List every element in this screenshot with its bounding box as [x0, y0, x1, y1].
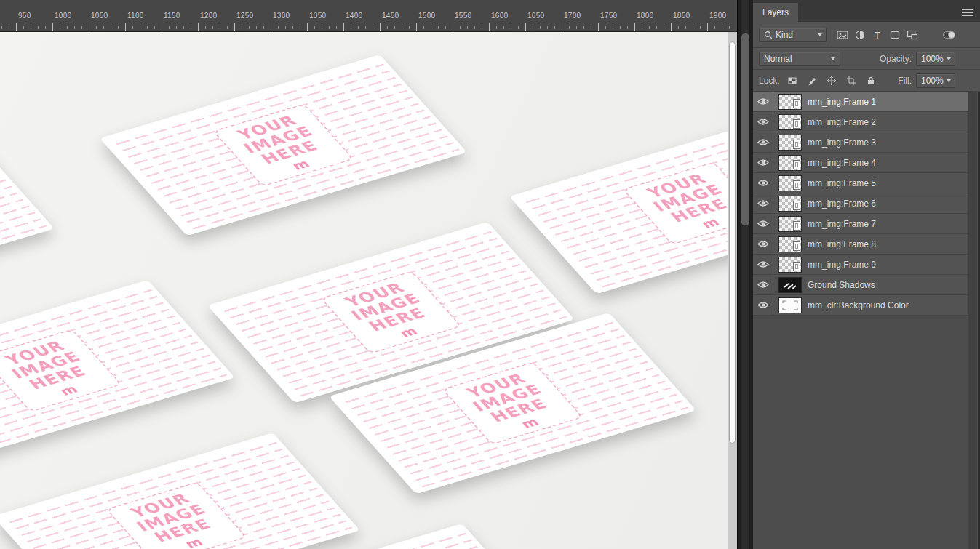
canvas-vertical-scrollbar-track[interactable]	[728, 32, 737, 549]
ruler-label: 1350	[309, 12, 326, 20]
layer-row[interactable]: mm_img:Frame 1	[753, 92, 968, 112]
lock-position-move-icon[interactable]	[824, 73, 840, 89]
layer-name: mm_clr:Background Color	[808, 300, 909, 310]
ruler-minor-tick	[140, 26, 140, 29]
layer-visibility-toggle[interactable]	[753, 275, 773, 294]
layer-thumbnail-frame[interactable]	[778, 114, 802, 130]
ruler-minor-tick	[387, 26, 388, 29]
layer-visibility-toggle[interactable]	[753, 132, 773, 152]
layer-thumbnail-frame[interactable]	[778, 94, 802, 110]
ruler-minor-tick	[482, 26, 482, 29]
ruler-major-tick	[707, 23, 708, 31]
layer-thumbnail-background[interactable]	[778, 297, 802, 313]
blend-mode-dropdown[interactable]: Normal	[759, 52, 840, 66]
layer-thumbnail-frame[interactable]	[778, 216, 802, 232]
layer-row[interactable]: mm_img:Frame 3	[753, 132, 968, 153]
lock-transparency-icon[interactable]	[784, 73, 800, 89]
layer-thumbnail-frame[interactable]	[778, 257, 802, 273]
layer-row[interactable]: mm_img:Frame 7	[753, 214, 968, 234]
mockup-card[interactable]: YOURIMAGEHEREm	[0, 131, 55, 312]
layer-thumbnail-frame[interactable]	[778, 155, 802, 171]
frame-badge-icon	[793, 262, 800, 271]
layer-row[interactable]: Ground Shadows	[753, 275, 968, 295]
layer-thumbnail-frame[interactable]	[778, 196, 802, 212]
ruler-minor-tick	[285, 26, 286, 29]
eye-icon	[757, 220, 769, 228]
ruler-minor-tick	[314, 26, 315, 29]
ruler-minor-tick	[627, 26, 628, 29]
frame-badge-icon	[793, 119, 800, 129]
ruler-minor-tick	[467, 26, 468, 29]
layer-row[interactable]: mm_img:Frame 8	[753, 234, 968, 255]
opacity-value-dropdown[interactable]: 100%	[916, 52, 955, 66]
smart-objects-filter-icon[interactable]	[904, 27, 920, 43]
layer-visibility-toggle[interactable]	[753, 153, 773, 172]
ruler-minor-tick	[445, 26, 446, 29]
layer-visibility-toggle[interactable]	[753, 193, 773, 213]
layer-row[interactable]: mm_img:Frame 5	[753, 173, 968, 193]
filter-toggle-switch[interactable]	[943, 31, 955, 39]
ruler-minor-tick	[649, 26, 650, 29]
layer-visibility-toggle[interactable]	[753, 173, 773, 193]
layer-thumbnail-frame[interactable]	[778, 236, 802, 252]
mockup-card[interactable]: YOURIMAGEHEREm	[0, 433, 360, 549]
layer-row[interactable]: mm_img:Frame 2	[753, 112, 968, 132]
layer-visibility-toggle[interactable]	[753, 295, 773, 315]
adjustment-layers-filter-icon[interactable]	[852, 27, 868, 43]
layer-row[interactable]: mm_img:Frame 4	[753, 153, 968, 173]
layer-visibility-toggle[interactable]	[753, 234, 773, 254]
fill-value-dropdown[interactable]: 100%	[916, 73, 955, 88]
ruler-minor-tick	[402, 26, 402, 29]
mockup-card[interactable]: YOURIMAGEHEREm	[100, 55, 467, 236]
eye-icon	[757, 118, 769, 126]
chevron-down-icon	[947, 57, 951, 60]
layer-thumbnail-frame[interactable]	[778, 135, 802, 151]
ruler-minor-tick	[722, 26, 722, 29]
mockup-card[interactable]: YOURIMAGEHEREm	[0, 280, 235, 461]
mockup-card[interactable]: YOURIMAGEHEREm	[509, 113, 728, 294]
layer-visibility-toggle[interactable]	[753, 255, 773, 274]
layer-name: mm_img:Frame 7	[808, 219, 876, 229]
lock-artboard-icon[interactable]	[843, 73, 859, 89]
layer-row[interactable]: mm_img:Frame 6	[753, 193, 968, 214]
blend-mode-value: Normal	[764, 54, 792, 64]
tab-layers[interactable]: Layers	[753, 3, 798, 22]
canvas-vertical-scrollbar-thumb[interactable]	[729, 41, 736, 444]
filter-kind-dropdown[interactable]: Kind	[759, 28, 827, 42]
layer-row[interactable]: mm_img:Frame 9	[753, 255, 968, 275]
layer-visibility-toggle[interactable]	[753, 112, 773, 132]
type-layers-filter-icon[interactable]: T	[869, 27, 885, 43]
ruler-major-tick	[525, 23, 526, 31]
panel-menu-hamburger-icon[interactable]	[962, 9, 973, 17]
ruler-minor-tick	[300, 26, 300, 29]
ruler-label: 1450	[382, 12, 399, 20]
ruler-minor-tick	[96, 26, 97, 29]
ruler-major-tick	[453, 23, 453, 31]
gutter-scrollbar-thumb[interactable]	[741, 33, 749, 225]
ruler-minor-tick	[103, 26, 104, 29]
pixel-layers-filter-icon[interactable]	[834, 27, 850, 43]
eye-icon	[757, 260, 769, 268]
ruler-minor-tick	[729, 26, 730, 29]
shadow-marks-icon	[782, 280, 798, 290]
ruler-label: 1200	[200, 12, 217, 20]
frame-badge-icon	[793, 160, 800, 169]
fill-label: Fill:	[898, 76, 912, 86]
ruler-label: 1050	[91, 12, 108, 20]
layer-row[interactable]: mm_clr:Background Color	[753, 295, 968, 316]
layer-name: Ground Shadows	[808, 280, 875, 290]
opacity-value: 100%	[921, 54, 944, 64]
ruler-minor-tick	[118, 26, 119, 29]
shape-layers-filter-icon[interactable]	[887, 27, 903, 43]
layer-thumbnail-frame[interactable]	[778, 175, 802, 191]
layer-thumbnail-shadows[interactable]	[778, 277, 802, 293]
ruler-minor-tick	[547, 26, 548, 29]
ruler-minor-tick	[1, 26, 2, 29]
ruler-minor-tick	[329, 26, 330, 29]
frame-badge-icon	[793, 180, 800, 190]
lock-all-padlock-icon[interactable]	[863, 73, 879, 89]
lock-pixels-brush-icon[interactable]	[804, 73, 820, 89]
layers-list: mm_img:Frame 1mm_img:Frame 2mm_img:Frame…	[753, 92, 968, 316]
layer-visibility-toggle[interactable]	[753, 92, 773, 111]
layer-visibility-toggle[interactable]	[753, 214, 773, 233]
